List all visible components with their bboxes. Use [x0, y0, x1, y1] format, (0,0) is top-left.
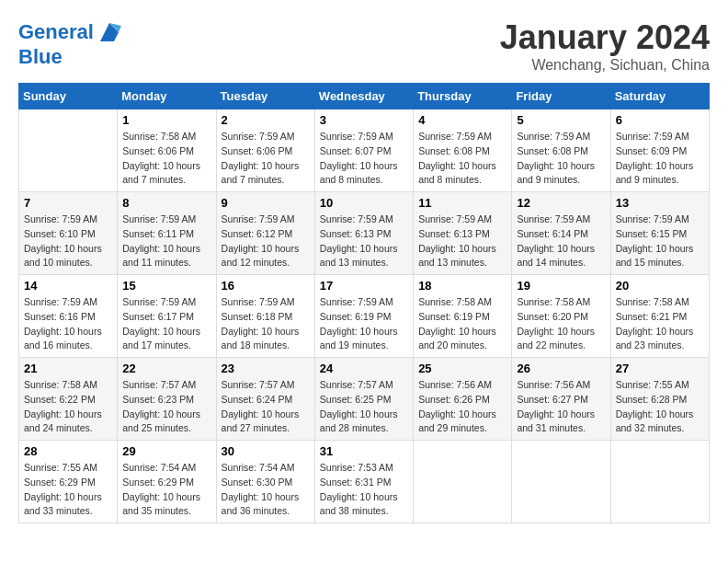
calendar-cell: 21Sunrise: 7:58 AMSunset: 6:22 PMDayligh… — [19, 358, 118, 441]
day-detail: Sunrise: 7:59 AMSunset: 6:13 PMDaylight:… — [320, 213, 408, 270]
day-number: 23 — [222, 362, 310, 375]
day-detail: Sunrise: 7:57 AMSunset: 6:23 PMDaylight:… — [122, 378, 210, 436]
day-detail: Sunrise: 7:59 AMSunset: 6:18 PMDaylight:… — [222, 295, 310, 353]
weekday-header: Sunday — [19, 84, 118, 109]
day-detail: Sunrise: 7:59 AMSunset: 6:06 PMDaylight:… — [222, 130, 310, 188]
weekday-header: Wednesday — [314, 84, 413, 109]
day-detail: Sunrise: 7:55 AMSunset: 6:29 PMDaylight:… — [24, 461, 112, 519]
logo-general: General — [18, 20, 94, 43]
calendar-cell: 17Sunrise: 7:59 AMSunset: 6:19 PMDayligh… — [314, 275, 413, 358]
calendar-cell: 7Sunrise: 7:59 AMSunset: 6:10 PMDaylight… — [19, 192, 118, 275]
logo-text: General — [18, 21, 94, 43]
calendar-cell: 20Sunrise: 7:58 AMSunset: 6:21 PMDayligh… — [610, 275, 709, 358]
logo-icon — [96, 18, 123, 46]
calendar-cell: 11Sunrise: 7:59 AMSunset: 6:13 PMDayligh… — [414, 192, 512, 275]
calendar-week-row: 14Sunrise: 7:59 AMSunset: 6:16 PMDayligh… — [19, 275, 710, 358]
calendar-table: SundayMondayTuesdayWednesdayThursdayFrid… — [18, 83, 710, 523]
calendar-cell: 9Sunrise: 7:59 AMSunset: 6:12 PMDaylight… — [216, 192, 314, 275]
day-detail: Sunrise: 7:59 AMSunset: 6:12 PMDaylight:… — [222, 213, 310, 270]
day-detail: Sunrise: 7:59 AMSunset: 6:10 PMDaylight:… — [24, 213, 112, 270]
day-number: 29 — [122, 444, 210, 458]
day-number: 1 — [122, 113, 210, 127]
calendar-cell: 4Sunrise: 7:59 AMSunset: 6:08 PMDaylight… — [414, 109, 512, 192]
day-detail: Sunrise: 7:57 AMSunset: 6:25 PMDaylight:… — [320, 378, 408, 436]
day-number: 21 — [24, 362, 112, 375]
day-detail: Sunrise: 7:58 AMSunset: 6:22 PMDaylight:… — [24, 378, 112, 436]
day-number: 7 — [24, 196, 112, 210]
calendar-cell — [610, 441, 709, 523]
calendar-cell — [19, 109, 118, 192]
day-detail: Sunrise: 7:59 AMSunset: 6:17 PMDaylight:… — [122, 295, 210, 353]
calendar-week-row: 7Sunrise: 7:59 AMSunset: 6:10 PMDaylight… — [19, 192, 710, 275]
day-detail: Sunrise: 7:59 AMSunset: 6:08 PMDaylight:… — [517, 130, 605, 188]
day-detail: Sunrise: 7:58 AMSunset: 6:21 PMDaylight:… — [616, 295, 704, 353]
day-number: 3 — [320, 113, 408, 127]
day-number: 9 — [222, 196, 310, 210]
calendar-cell: 2Sunrise: 7:59 AMSunset: 6:06 PMDaylight… — [216, 109, 314, 192]
day-detail: Sunrise: 7:59 AMSunset: 6:15 PMDaylight:… — [616, 213, 704, 270]
calendar-cell — [414, 441, 512, 523]
calendar-cell: 22Sunrise: 7:57 AMSunset: 6:23 PMDayligh… — [118, 358, 216, 441]
calendar-week-row: 28Sunrise: 7:55 AMSunset: 6:29 PMDayligh… — [19, 441, 710, 523]
day-number: 11 — [418, 196, 506, 210]
calendar-cell: 27Sunrise: 7:55 AMSunset: 6:28 PMDayligh… — [610, 358, 709, 441]
day-number: 13 — [616, 196, 704, 210]
day-detail: Sunrise: 7:59 AMSunset: 6:07 PMDaylight:… — [320, 130, 408, 188]
calendar-cell: 16Sunrise: 7:59 AMSunset: 6:18 PMDayligh… — [216, 275, 314, 358]
calendar-cell: 18Sunrise: 7:58 AMSunset: 6:19 PMDayligh… — [414, 275, 512, 358]
day-number: 15 — [122, 279, 210, 293]
calendar-cell: 24Sunrise: 7:57 AMSunset: 6:25 PMDayligh… — [314, 358, 413, 441]
calendar-cell: 10Sunrise: 7:59 AMSunset: 6:13 PMDayligh… — [314, 192, 413, 275]
day-number: 25 — [418, 362, 506, 375]
day-detail: Sunrise: 7:59 AMSunset: 6:08 PMDaylight:… — [418, 130, 506, 188]
calendar-cell: 5Sunrise: 7:59 AMSunset: 6:08 PMDaylight… — [512, 109, 610, 192]
calendar-cell: 8Sunrise: 7:59 AMSunset: 6:11 PMDaylight… — [118, 192, 216, 275]
day-detail: Sunrise: 7:55 AMSunset: 6:28 PMDaylight:… — [616, 378, 704, 436]
month-title: January 2024 — [500, 18, 710, 57]
calendar-cell: 28Sunrise: 7:55 AMSunset: 6:29 PMDayligh… — [19, 441, 118, 523]
day-detail: Sunrise: 7:54 AMSunset: 6:30 PMDaylight:… — [222, 461, 310, 519]
calendar-cell: 26Sunrise: 7:56 AMSunset: 6:27 PMDayligh… — [512, 358, 610, 441]
weekday-header: Tuesday — [216, 84, 314, 109]
day-number: 27 — [616, 362, 704, 375]
calendar-cell: 6Sunrise: 7:59 AMSunset: 6:09 PMDaylight… — [610, 109, 709, 192]
title-block: January 2024 Wenchang, Sichuan, China — [500, 18, 710, 74]
day-detail: Sunrise: 7:57 AMSunset: 6:24 PMDaylight:… — [222, 378, 310, 436]
day-number: 12 — [517, 196, 605, 210]
calendar-cell: 30Sunrise: 7:54 AMSunset: 6:30 PMDayligh… — [216, 441, 314, 523]
calendar-cell: 14Sunrise: 7:59 AMSunset: 6:16 PMDayligh… — [19, 275, 118, 358]
day-number: 4 — [418, 113, 506, 127]
day-number: 2 — [222, 113, 310, 127]
day-number: 10 — [320, 196, 408, 210]
calendar-cell: 23Sunrise: 7:57 AMSunset: 6:24 PMDayligh… — [216, 358, 314, 441]
weekday-header: Monday — [118, 84, 216, 109]
day-detail: Sunrise: 7:59 AMSunset: 6:14 PMDaylight:… — [517, 213, 605, 270]
day-number: 26 — [517, 362, 605, 375]
day-number: 24 — [320, 362, 408, 375]
day-detail: Sunrise: 7:58 AMSunset: 6:06 PMDaylight:… — [122, 130, 210, 188]
day-number: 28 — [24, 444, 112, 458]
calendar-cell: 15Sunrise: 7:59 AMSunset: 6:17 PMDayligh… — [118, 275, 216, 358]
day-detail: Sunrise: 7:58 AMSunset: 6:20 PMDaylight:… — [517, 295, 605, 353]
day-number: 18 — [418, 279, 506, 293]
header-row: SundayMondayTuesdayWednesdayThursdayFrid… — [19, 84, 710, 109]
calendar-cell: 13Sunrise: 7:59 AMSunset: 6:15 PMDayligh… — [610, 192, 709, 275]
day-detail: Sunrise: 7:59 AMSunset: 6:13 PMDaylight:… — [418, 213, 506, 270]
day-number: 19 — [517, 279, 605, 293]
calendar-week-row: 1Sunrise: 7:58 AMSunset: 6:06 PMDaylight… — [19, 109, 710, 192]
day-detail: Sunrise: 7:58 AMSunset: 6:19 PMDaylight:… — [418, 295, 506, 353]
weekday-header: Friday — [512, 84, 610, 109]
day-number: 16 — [222, 279, 310, 293]
day-detail: Sunrise: 7:59 AMSunset: 6:11 PMDaylight:… — [122, 213, 210, 270]
calendar-cell: 19Sunrise: 7:58 AMSunset: 6:20 PMDayligh… — [512, 275, 610, 358]
day-detail: Sunrise: 7:56 AMSunset: 6:27 PMDaylight:… — [517, 378, 605, 436]
day-detail: Sunrise: 7:59 AMSunset: 6:19 PMDaylight:… — [320, 295, 408, 353]
day-number: 8 — [122, 196, 210, 210]
calendar-cell: 3Sunrise: 7:59 AMSunset: 6:07 PMDaylight… — [314, 109, 413, 192]
logo: General Blue — [18, 18, 123, 68]
location: Wenchang, Sichuan, China — [500, 57, 710, 74]
day-detail: Sunrise: 7:56 AMSunset: 6:26 PMDaylight:… — [418, 378, 506, 436]
day-detail: Sunrise: 7:59 AMSunset: 6:16 PMDaylight:… — [24, 295, 112, 353]
day-number: 14 — [24, 279, 112, 293]
calendar-cell: 31Sunrise: 7:53 AMSunset: 6:31 PMDayligh… — [314, 441, 413, 523]
